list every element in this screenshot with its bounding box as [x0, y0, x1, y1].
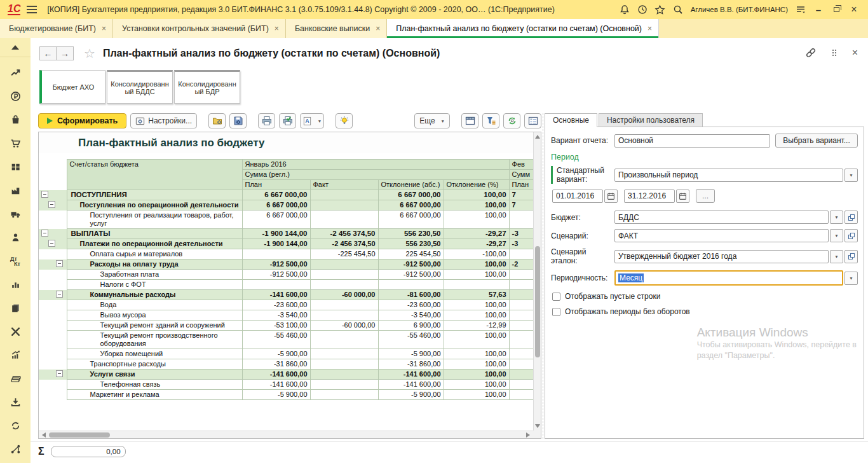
sidebar-item-shopping-bag[interactable] — [0, 108, 31, 132]
tab-close-icon[interactable]: × — [102, 24, 106, 33]
collapse-toggle[interactable] — [56, 260, 63, 267]
history-button[interactable] — [634, 2, 651, 17]
table-row[interactable]: Поступления от реализации товаров, работ… — [39, 211, 533, 229]
sidebar-item-sync[interactable] — [0, 414, 31, 438]
sidebar-item-tools[interactable] — [0, 320, 31, 343]
tab-main-settings[interactable]: Основные — [545, 113, 597, 127]
scenario-etalon-open-button[interactable] — [844, 250, 858, 263]
scroll-up-icon[interactable] — [535, 135, 540, 139]
table-row[interactable]: Маркетинг и реклама -5 900,00 -5 900,00 … — [39, 390, 533, 400]
vertical-scroll-thumb[interactable] — [535, 246, 540, 357]
checkbox-periods-no-turnover[interactable] — [552, 308, 560, 316]
toggle-settings-panel-button[interactable] — [524, 113, 541, 128]
sidebar-item-growth-chart[interactable] — [0, 343, 31, 367]
table-row[interactable]: Уборка помещений -5 900,00 -5 900,00 100… — [39, 349, 533, 359]
scroll-down-icon[interactable] — [535, 424, 540, 428]
close-window-button[interactable] — [845, 2, 863, 17]
back-button[interactable]: ← — [39, 46, 57, 60]
sidebar-item-dt-kt[interactable]: ДтКт — [0, 249, 31, 273]
standard-variant-dropdown-icon[interactable] — [844, 169, 858, 182]
date-to-field[interactable]: 31.12.2016 — [624, 190, 675, 203]
table-row[interactable]: Расходы на оплату труда -912 500,00 -912… — [39, 259, 533, 270]
favorite-star-icon[interactable]: ☆ — [84, 46, 95, 61]
show-empty-rows-option[interactable]: Отображать пустые строки — [552, 292, 858, 301]
collapse-toggle[interactable] — [48, 240, 55, 247]
table-row[interactable]: Вывоз мусора -3 540,00 -3 540,00 100,00 — [39, 310, 533, 321]
sidebar-item-bar-chart[interactable] — [0, 273, 31, 296]
more-button[interactable]: Еще — [414, 113, 450, 128]
table-row[interactable]: Коммунальные расходы -141 600,00 -60 000… — [39, 290, 533, 300]
collapse-toggle[interactable] — [41, 230, 48, 237]
report-button-budget-aho[interactable]: Бюджет АХО — [39, 70, 105, 104]
forward-button[interactable]: → — [57, 46, 74, 60]
sidebar-item-blocks[interactable] — [0, 155, 31, 179]
service-menu-button[interactable] — [792, 2, 810, 17]
variant-value-field[interactable]: Основной — [614, 134, 770, 148]
print-check-button[interactable] — [279, 113, 296, 128]
checkbox-empty-rows[interactable] — [552, 293, 560, 301]
horizontal-scroll-thumb[interactable] — [49, 432, 110, 438]
sidebar-item-money[interactable] — [0, 367, 31, 390]
period-more-button[interactable]: ... — [696, 189, 715, 203]
table-row[interactable]: Телефонная связь -141 600,00 -141 600,00… — [39, 380, 533, 390]
budget-field[interactable]: БДДС — [614, 211, 829, 224]
settings-button[interactable]: Настройки... — [130, 113, 197, 128]
table-row[interactable]: Транспортные расходы -31 860,00 -31 860,… — [39, 359, 533, 370]
restore-button[interactable] — [827, 2, 845, 17]
vertical-scrollbar[interactable] — [533, 132, 541, 431]
collapse-toggle[interactable] — [56, 370, 63, 377]
sidebar-item-download[interactable] — [0, 390, 31, 414]
table-row[interactable]: Налоги с ФОТ — [39, 280, 533, 290]
table-row[interactable]: Вода -23 600,00 -23 600,00 100,00 — [39, 300, 533, 310]
periodicity-field[interactable]: Месяц — [614, 270, 843, 286]
budget-dropdown-icon[interactable] — [830, 211, 843, 224]
sidebar-item-documents[interactable] — [0, 296, 31, 320]
table-row[interactable]: Текущий ремонт зданий и сооружений -53 1… — [39, 321, 533, 331]
sidebar-item-ruble-coin[interactable] — [0, 85, 31, 108]
update-settings-button[interactable] — [503, 113, 520, 128]
periodicity-dropdown-icon[interactable] — [844, 272, 858, 285]
sidebar-item-truck[interactable] — [0, 202, 31, 226]
date-from-field[interactable]: 01.01.2016 — [552, 190, 603, 203]
table-row[interactable]: ПОСТУПЛЕНИЯ 6 667 000,00 6 667 000,00 10… — [39, 190, 533, 200]
notifications-button[interactable] — [616, 2, 634, 17]
scenario-dropdown-icon[interactable] — [830, 229, 843, 242]
more-menu-dots-icon[interactable] — [831, 48, 838, 57]
table-row[interactable]: Текущий ремонт производственного оборудо… — [39, 331, 533, 349]
tab-control-values[interactable]: Установки контрольных значений (БИТ) × — [113, 19, 286, 38]
table-row[interactable]: Услуги связи -141 600,00 -141 600,00 100… — [39, 370, 533, 380]
sidebar-item-shopping-cart[interactable] — [0, 132, 31, 155]
date-from-calendar-button[interactable] — [604, 190, 618, 203]
budget-open-button[interactable] — [844, 211, 858, 224]
scenario-etalon-dropdown-icon[interactable] — [830, 250, 843, 263]
tab-bank-statements[interactable]: Банковские выписки × — [286, 19, 387, 38]
scenario-etalon-field[interactable]: Утвержденный бюджет 2016 года — [614, 250, 829, 263]
tab-plan-fact-analysis[interactable]: План-фактный анализ по бюджету (остатки … — [387, 19, 659, 38]
tab-user-settings[interactable]: Настройки пользователя — [599, 113, 703, 127]
scenario-field[interactable]: ФАКТ — [614, 229, 829, 242]
sidebar-item-chart-up[interactable] — [0, 61, 31, 85]
collapse-toggle[interactable] — [48, 201, 55, 208]
link-icon[interactable] — [805, 47, 817, 59]
sidebar-item-factory[interactable] — [0, 179, 31, 202]
tab-close-icon[interactable]: × — [275, 24, 279, 33]
main-menu-icon[interactable] — [27, 6, 37, 13]
date-to-calendar-button[interactable] — [676, 190, 689, 203]
show-periods-without-turnover-option[interactable]: Отображать периоды без оборотов — [552, 307, 858, 316]
generate-button[interactable]: Сформировать — [38, 113, 126, 128]
table-row[interactable]: Заработная плата -912 500,00 -912 500,00… — [39, 270, 533, 280]
favorites-button[interactable] — [651, 2, 669, 17]
edit-form-button[interactable]: А — [300, 113, 324, 128]
print-button[interactable] — [258, 113, 275, 128]
table-row[interactable]: Платежи по операционной деятельности -1 … — [39, 239, 533, 249]
table-row[interactable]: Оплата сырья и материалов -225 454,50 22… — [39, 249, 533, 259]
close-report-button[interactable]: × — [852, 47, 858, 59]
panel-splitter[interactable] — [543, 113, 543, 439]
sidebar-item-nodes[interactable] — [0, 438, 31, 461]
table-row[interactable]: ВЫПЛАТЫ -1 900 144,00 -2 456 374,50 556 … — [39, 229, 533, 239]
tab-close-icon[interactable]: × — [376, 24, 380, 33]
table-row[interactable]: Поступления по операционной деятельности… — [39, 200, 533, 211]
sidebar-collapse-button[interactable] — [0, 38, 31, 57]
standard-variant-field[interactable]: Произвольный период — [614, 169, 843, 182]
filter-button[interactable] — [482, 113, 499, 128]
